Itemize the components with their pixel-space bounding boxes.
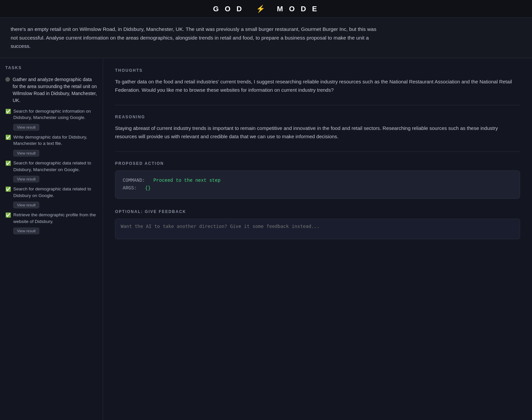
- main-task-row: Gather and analyze demographic data for …: [5, 76, 97, 104]
- subtask-5-text: Retrieve the demographic profile from th…: [13, 212, 97, 225]
- subtask-3-text: Search for demographic data related to D…: [13, 160, 97, 173]
- subtask-2-text: Write demographic data for Didsbury, Man…: [13, 134, 97, 147]
- feedback-section: OPTIONAL: GIVE FEEDBACK: [115, 209, 520, 240]
- command-value: Proceed to the next step: [153, 178, 220, 183]
- app-title: G O D ⚡ M O D E: [0, 5, 532, 13]
- code-args-line: ARGS: {}: [123, 184, 512, 192]
- task-status-circle: [5, 77, 10, 82]
- task-group-main: Gather and analyze demographic data for …: [5, 76, 97, 235]
- reasoning-title: REASONING: [115, 115, 520, 119]
- prompt-banner: there's an empty retail unit on Wilmslow…: [0, 18, 532, 58]
- check-icon-5: ✅: [5, 212, 11, 218]
- code-command-line: COMMAND: Proceed to the next step: [123, 177, 512, 185]
- view-result-btn-1[interactable]: View result: [13, 124, 39, 131]
- subtask-3: ✅ Search for demographic data related to…: [5, 160, 97, 182]
- thoughts-section: THOUGHTS To gather data on the food and …: [115, 68, 520, 94]
- prompt-text: there's an empty retail unit on Wilmslow…: [11, 25, 376, 51]
- subtask-4-text: Search for demographic data related to D…: [13, 186, 97, 199]
- check-icon-3: ✅: [5, 160, 11, 166]
- view-result-btn-4[interactable]: View result: [13, 202, 39, 208]
- feedback-input[interactable]: [115, 219, 520, 239]
- reasoning-body: Staying abreast of current industry tren…: [115, 124, 520, 141]
- subtask-5: ✅ Retrieve the demographic profile from …: [5, 212, 97, 234]
- title-part1: G O D: [213, 5, 244, 13]
- content-panel: THOUGHTS To gather data on the food and …: [103, 58, 532, 420]
- subtask-4: ✅ Search for demographic data related to…: [5, 186, 97, 208]
- check-icon-4: ✅: [5, 186, 11, 192]
- view-result-btn-3[interactable]: View result: [13, 176, 39, 182]
- app-header: G O D ⚡ M O D E: [0, 0, 532, 18]
- title-part2: M O D E: [277, 5, 319, 13]
- divider-1: [115, 105, 520, 105]
- divider-2: [115, 152, 520, 152]
- check-icon-1: ✅: [5, 109, 11, 114]
- thoughts-title: THOUGHTS: [115, 68, 520, 73]
- command-label: COMMAND:: [123, 178, 145, 183]
- subtask-2: ✅ Write demographic data for Didsbury, M…: [5, 134, 97, 157]
- sidebar-tasks-title: TASKS: [5, 65, 97, 70]
- args-label: ARGS:: [123, 185, 137, 191]
- sidebar: TASKS Gather and analyze demographic dat…: [0, 58, 103, 420]
- thoughts-body: To gather data on the food and retail in…: [115, 77, 520, 94]
- proposed-action-section: PROPOSED ACTION COMMAND: Proceed to the …: [115, 161, 520, 199]
- subtask-1-text: Search for demographic information on Di…: [13, 108, 97, 121]
- main-layout: TASKS Gather and analyze demographic dat…: [0, 58, 532, 420]
- subtask-1: ✅ Search for demographic information on …: [5, 108, 97, 131]
- feedback-title: OPTIONAL: GIVE FEEDBACK: [115, 209, 520, 214]
- check-icon-2: ✅: [5, 135, 11, 140]
- main-task-text: Gather and analyze demographic data for …: [13, 76, 97, 104]
- proposed-action-title: PROPOSED ACTION: [115, 161, 520, 166]
- view-result-btn-5[interactable]: View result: [13, 228, 39, 234]
- args-value: {}: [145, 185, 151, 191]
- lightning-icon: ⚡: [256, 5, 265, 13]
- proposed-action-code: COMMAND: Proceed to the next step ARGS: …: [115, 170, 520, 199]
- view-result-btn-2[interactable]: View result: [13, 150, 39, 157]
- reasoning-section: REASONING Staying abreast of current ind…: [115, 115, 520, 141]
